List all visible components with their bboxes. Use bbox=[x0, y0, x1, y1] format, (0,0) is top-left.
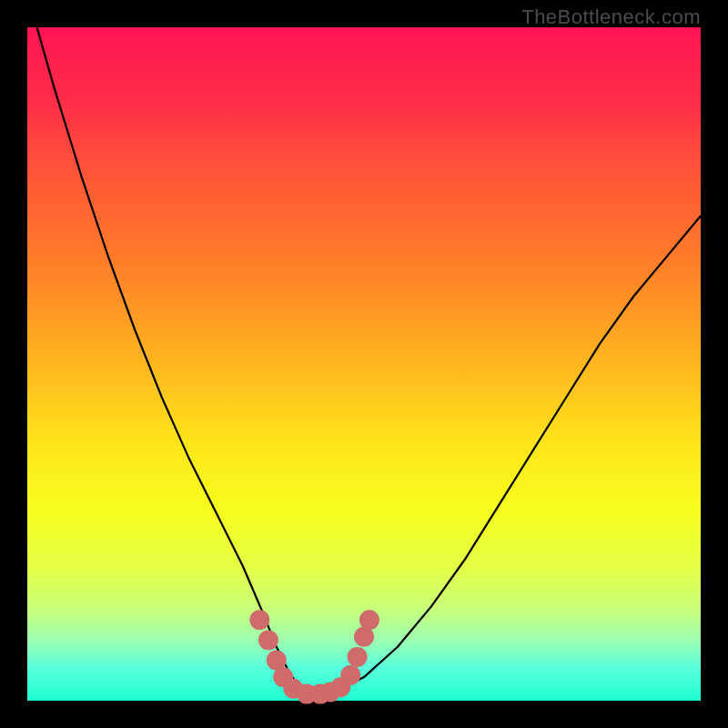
watermark-text: TheBottleneck.com bbox=[521, 5, 701, 29]
bottleneck-curve bbox=[27, 0, 701, 694]
highlight-dots bbox=[249, 610, 379, 703]
curve-layer bbox=[27, 27, 701, 701]
highlight-dot bbox=[348, 647, 368, 667]
chart-frame: TheBottleneck.com bbox=[0, 0, 728, 728]
highlight-dot bbox=[258, 630, 278, 650]
highlight-dot bbox=[359, 610, 379, 630]
highlight-dot bbox=[249, 610, 269, 630]
highlight-dot bbox=[340, 665, 360, 685]
plot-area bbox=[27, 27, 701, 701]
